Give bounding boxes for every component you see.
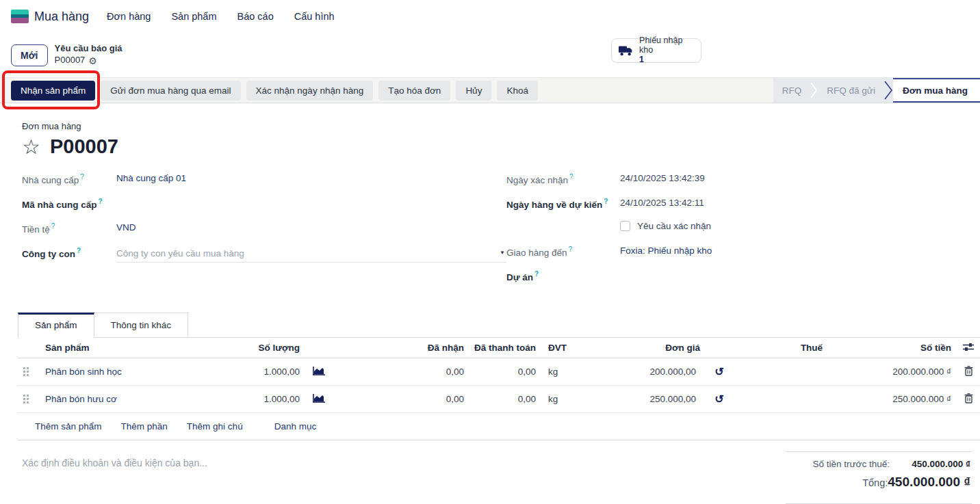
gear-icon[interactable]: ⚙ [88, 55, 97, 67]
add-section-link[interactable]: Thêm phần [121, 421, 168, 432]
create-bill-button[interactable]: Tạo hóa đơn [378, 81, 450, 101]
table-header-row: Sản phẩm Số lượng Đã nhận Đã thanh toán … [18, 338, 980, 358]
menu-reports[interactable]: Báo cáo [237, 11, 274, 22]
breadcrumb: Yêu cầu báo giá P00007 ⚙ [55, 43, 122, 67]
vendor-label: Nhà cung cấp? [22, 173, 116, 187]
top-navbar: Mua hàng Đơn hàng Sản phẩm Báo cáo Cấu h… [0, 0, 980, 33]
optional-columns-icon[interactable] [963, 343, 974, 352]
status-step-rfq[interactable]: RFQ [773, 78, 811, 103]
order-line-row[interactable]: Phân bón sinh học 1.000,00 0,00 0,00 kg … [18, 358, 980, 386]
total-value: 450.000.000 ₫ [888, 475, 970, 490]
planned-date-value[interactable]: 24/10/2025 13:42:11 [620, 198, 704, 211]
terms-input[interactable] [22, 457, 316, 468]
table-footer-links: Thêm sản phẩm Thêm phần Thêm ghi chú Dan… [18, 413, 980, 440]
line-uom[interactable]: kg [541, 367, 599, 377]
company-field: ▼ [116, 247, 506, 263]
help-icon: ? [77, 247, 81, 254]
document-name: P00007 [50, 135, 118, 158]
chevron-right-icon [810, 81, 818, 99]
purchase-order-screen: Mua hàng Đơn hàng Sản phẩm Báo cáo Cấu h… [0, 0, 980, 504]
company-label: Công ty con? [22, 247, 116, 263]
help-icon: ? [99, 198, 103, 205]
total-label: Tổng: [862, 477, 888, 488]
col-tax[interactable]: Thuế [733, 343, 890, 353]
new-button[interactable]: Mới [11, 44, 48, 66]
line-product[interactable]: Phân bón hưu cơ [38, 394, 244, 404]
line-product[interactable]: Phân bón sinh học [38, 367, 244, 377]
forecast-chart-icon[interactable] [313, 366, 325, 375]
catalog-link[interactable]: Danh mục [274, 421, 317, 432]
line-price[interactable]: 200.000,00 [599, 367, 706, 377]
delete-line-icon[interactable] [964, 366, 973, 376]
document-type-label: Đơn mua hàng [22, 121, 958, 131]
col-received[interactable]: Đã nhận [333, 343, 469, 353]
send-by-email-button[interactable]: Gửi đơn mua hàng qua email [101, 81, 240, 101]
order-line-row[interactable]: Phân bón hưu cơ 1.000,00 0,00 0,00 kg 25… [18, 386, 980, 413]
col-price[interactable]: Đơn giá [599, 343, 706, 353]
status-step-purchase-order[interactable]: Đơn mua hàng [893, 78, 980, 103]
smart-button-count: 1 [639, 55, 694, 65]
line-received[interactable]: 0,00 [333, 394, 469, 404]
statusbar: RFQ RFQ đã gửi Đơn mua hàng [773, 78, 980, 103]
drag-handle-icon[interactable] [23, 367, 29, 376]
line-subtotal[interactable]: 200.000.000 ₫ [890, 367, 957, 377]
add-note-link[interactable]: Thêm ghi chú [187, 421, 243, 432]
confirm-date-label: Ngày xác nhận? [506, 173, 620, 187]
tab-other-info[interactable]: Thông tin khác [94, 313, 189, 337]
help-icon: ? [51, 222, 55, 230]
receive-products-button[interactable]: Nhận sản phẩm [11, 81, 95, 101]
col-uom[interactable]: ĐVT [541, 343, 599, 353]
receipt-smart-button[interactable]: Phiếu nhập kho 1 [611, 38, 701, 63]
favorite-star-icon[interactable]: ☆ [22, 137, 40, 157]
breadcrumb-current: P00007 [55, 55, 86, 66]
col-qty[interactable]: Số lượng [244, 343, 305, 353]
col-subtotal[interactable]: Số tiền [890, 343, 957, 353]
line-billed[interactable]: 0,00 [469, 367, 541, 377]
smart-button-label: Phiếu nhập kho [639, 36, 694, 55]
delete-line-icon[interactable] [964, 393, 973, 403]
app-logo-icon[interactable] [11, 10, 29, 23]
chevron-down-icon[interactable]: ▼ [500, 250, 505, 256]
line-uom[interactable]: kg [541, 394, 599, 404]
col-product[interactable]: Sản phẩm [38, 343, 244, 353]
line-qty[interactable]: 1.000,00 [244, 394, 305, 404]
forecast-chart-icon[interactable] [313, 393, 325, 403]
line-price[interactable]: 250.000,00 [599, 394, 706, 404]
currency-value[interactable]: VND [116, 222, 136, 236]
vendor-value[interactable]: Nhà cung cấp 01 [116, 173, 186, 187]
menu-products[interactable]: Sản phẩm [171, 11, 216, 22]
untaxed-amount-label: Số tiền trước thuế: [813, 459, 890, 469]
action-bar: Nhận sản phẩm Gửi đơn mua hàng qua email… [0, 77, 980, 103]
confirm-date-value[interactable]: 24/10/2025 13:42:39 [620, 173, 705, 187]
company-input[interactable] [116, 248, 506, 258]
add-product-link[interactable]: Thêm sản phẩm [35, 421, 102, 432]
lock-button[interactable]: Khoá [497, 81, 538, 101]
line-qty[interactable]: 1.000,00 [244, 367, 305, 377]
app-title[interactable]: Mua hàng [34, 10, 89, 24]
help-icon: ? [534, 270, 539, 278]
chevron-right-icon [884, 80, 893, 101]
menu-config[interactable]: Cấu hình [294, 11, 335, 22]
line-received[interactable]: 0,00 [333, 367, 469, 377]
notebook-tabs: Sản phẩm Thông tin khác [18, 313, 980, 338]
price-history-icon[interactable]: ↺ [714, 393, 723, 405]
price-history-icon[interactable]: ↺ [714, 366, 723, 377]
line-subtotal[interactable]: 250.000.000 ₫ [890, 394, 957, 404]
tab-products[interactable]: Sản phẩm [18, 313, 94, 338]
confirm-receipt-date-button[interactable]: Xác nhận ngày nhận hàng [246, 81, 374, 101]
vendor-ref-label: Mã nhà cung cấp? [22, 198, 116, 211]
drag-handle-icon[interactable] [23, 395, 29, 403]
col-billed[interactable]: Đã thanh toán [469, 343, 541, 353]
untaxed-amount-value: 450.000.000 ₫ [890, 459, 970, 469]
menu-orders[interactable]: Đơn hàng [107, 11, 151, 22]
breadcrumb-parent[interactable]: Yêu cầu báo giá [55, 43, 122, 55]
deliver-to-value[interactable]: Foxia: Phiếu nhập kho [620, 246, 712, 259]
ask-confirmation-label: Yêu cầu xác nhận [637, 221, 711, 235]
sheet-bottom: Số tiền trước thuế: 450.000.000 ₫ Tổng: … [0, 440, 980, 504]
ask-confirmation-checkbox[interactable] [620, 221, 630, 231]
form-sheet: Đơn mua hàng ☆ P00007 Nhà cung cấp? Nhà … [0, 103, 980, 504]
status-step-rfq-sent[interactable]: RFQ đã gửi [818, 78, 884, 103]
truck-icon [619, 45, 634, 57]
cancel-button[interactable]: Hủy [456, 81, 491, 101]
line-billed[interactable]: 0,00 [469, 394, 541, 404]
